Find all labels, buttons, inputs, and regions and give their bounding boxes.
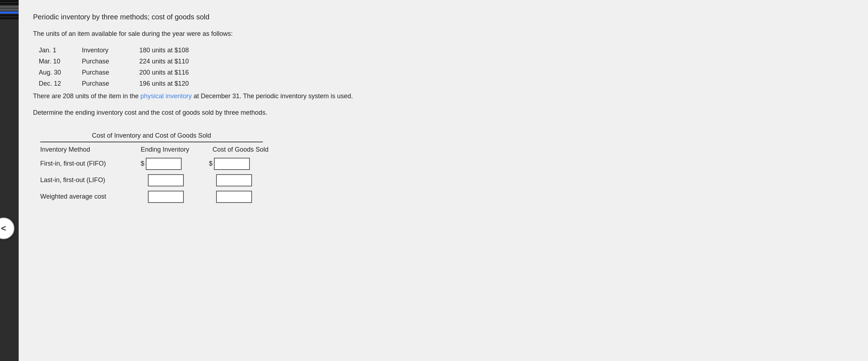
sidebar-stripe-6: [0, 14, 19, 16]
fifo-cogs-input[interactable]: [214, 158, 250, 170]
sidebar: <: [0, 0, 19, 361]
inventory-date: Mar. 10: [39, 58, 82, 65]
cost-table-row-wavg: Weighted average cost: [40, 191, 846, 203]
inventory-date: Jan. 1: [39, 47, 82, 54]
inventory-type: Purchase: [82, 69, 139, 76]
inventory-type: Purchase: [82, 58, 139, 65]
note-part1: There are 208 units of the item in the: [33, 92, 140, 100]
lifo-cogs-group: [209, 174, 274, 186]
row-label-wavg: Weighted average cost: [40, 193, 141, 200]
inventory-row: Jan. 1 Inventory 180 units at $108: [39, 47, 846, 54]
inventory-type: Inventory: [82, 47, 139, 54]
page-title: Periodic inventory by three methods; cos…: [33, 13, 846, 21]
wavg-cogs-input[interactable]: [216, 191, 252, 203]
inventory-table: Jan. 1 Inventory 180 units at $108 Mar. …: [39, 47, 846, 87]
sidebar-stripe-2: [0, 3, 19, 5]
row-label-fifo: First-in, first-out (FIFO): [40, 160, 141, 167]
determine-text: Determine the ending inventory cost and …: [33, 108, 846, 118]
fifo-cogs-group: $: [209, 158, 274, 170]
note-part2: at December 31. The periodic inventory s…: [192, 92, 353, 100]
sidebar-stripe-3: [0, 6, 19, 8]
lifo-cogs-input[interactable]: [216, 174, 252, 186]
fifo-cogs-dollar: $: [209, 160, 213, 167]
inventory-units: 180 units at $108: [139, 47, 189, 54]
sidebar-stripe-5: [0, 11, 19, 14]
inventory-row: Mar. 10 Purchase 224 units at $110: [39, 58, 846, 65]
col-header-ending: Ending Inventory: [141, 146, 213, 153]
inventory-units: 224 units at $110: [139, 58, 189, 65]
col-header-cogs: Cost of Goods Sold: [213, 146, 284, 153]
note-highlight: physical inventory: [140, 92, 192, 100]
inventory-units: 196 units at $120: [139, 80, 189, 87]
cost-table-row-fifo: First-in, first-out (FIFO) $ $: [40, 158, 846, 170]
cost-table-section: Cost of Inventory and Cost of Goods Sold…: [40, 132, 846, 203]
sidebar-stripe-7: [0, 17, 19, 19]
lifo-ending-group: [141, 174, 205, 186]
wavg-cogs-group: [209, 191, 274, 203]
inventory-date: Aug. 30: [39, 69, 82, 76]
wavg-ending-input[interactable]: [148, 191, 184, 203]
note-text: There are 208 units of the item in the p…: [33, 91, 846, 101]
cost-table-row-lifo: Last-in, first-out (LIFO): [40, 174, 846, 186]
inventory-date: Dec. 12: [39, 80, 82, 87]
inventory-row: Dec. 12 Purchase 196 units at $120: [39, 80, 846, 87]
cost-table-title: Cost of Inventory and Cost of Goods Sold: [40, 132, 263, 142]
row-label-lifo: Last-in, first-out (LIFO): [40, 176, 141, 184]
fifo-ending-group: $: [141, 158, 205, 170]
inventory-units: 200 units at $116: [139, 69, 189, 76]
inventory-row: Aug. 30 Purchase 200 units at $116: [39, 69, 846, 76]
description-text: The units of an item available for sale …: [33, 29, 846, 39]
main-content: Periodic inventory by three methods; cos…: [19, 0, 868, 361]
wavg-ending-group: [141, 191, 205, 203]
sidebar-stripe-4: [0, 9, 19, 11]
sidebar-stripe-1: [0, 0, 19, 2]
col-header-method: Inventory Method: [40, 146, 141, 153]
cost-table-header: Inventory Method Ending Inventory Cost o…: [40, 146, 846, 153]
lifo-ending-input[interactable]: [148, 174, 184, 186]
back-button[interactable]: <: [0, 218, 14, 239]
fifo-ending-input[interactable]: [146, 158, 182, 170]
inventory-type: Purchase: [82, 80, 139, 87]
fifo-ending-dollar: $: [141, 160, 144, 167]
